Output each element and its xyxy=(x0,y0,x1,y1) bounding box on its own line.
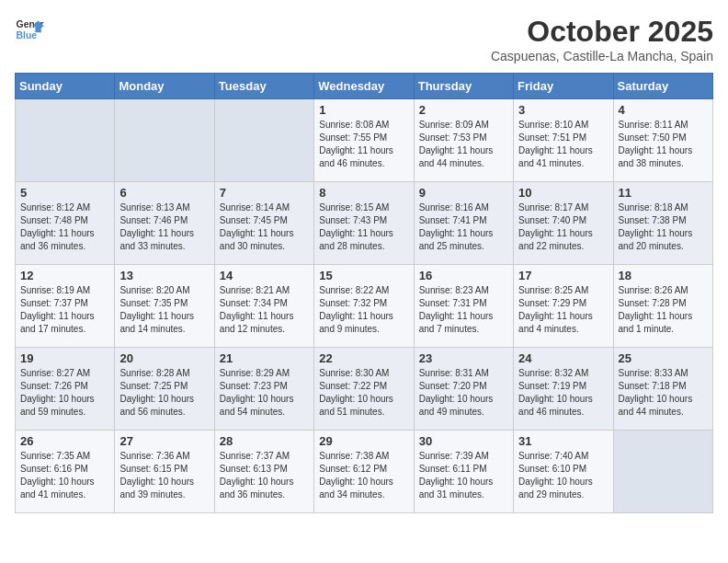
calendar-cell: 22Sunrise: 8:30 AM Sunset: 7:22 PM Dayli… xyxy=(314,348,414,431)
day-number: 21 xyxy=(220,351,309,365)
calendar-cell: 5Sunrise: 8:12 AM Sunset: 7:48 PM Daylig… xyxy=(16,182,115,265)
calendar-cell: 16Sunrise: 8:23 AM Sunset: 7:31 PM Dayli… xyxy=(414,265,513,348)
day-number: 15 xyxy=(319,269,408,282)
calendar-cell: 25Sunrise: 8:33 AM Sunset: 7:18 PM Dayli… xyxy=(613,348,712,431)
day-info: Sunrise: 8:22 AM Sunset: 7:32 PM Dayligh… xyxy=(319,284,408,336)
day-number: 27 xyxy=(119,434,209,448)
day-info: Sunrise: 7:35 AM Sunset: 6:16 PM Dayligh… xyxy=(20,450,109,501)
calendar-table: SundayMondayTuesdayWednesdayThursdayFrid… xyxy=(15,73,713,513)
calendar-cell: 1Sunrise: 8:08 AM Sunset: 7:55 PM Daylig… xyxy=(314,99,414,182)
calendar-cell: 24Sunrise: 8:32 AM Sunset: 7:19 PM Dayli… xyxy=(514,348,613,431)
weekday-tuesday: Tuesday xyxy=(214,74,313,99)
day-number: 29 xyxy=(319,434,408,448)
day-number: 7 xyxy=(220,186,309,200)
day-number: 4 xyxy=(619,103,708,117)
day-info: Sunrise: 8:28 AM Sunset: 7:25 PM Dayligh… xyxy=(119,367,209,419)
calendar-cell: 30Sunrise: 7:39 AM Sunset: 6:11 PM Dayli… xyxy=(414,431,513,513)
calendar-cell: 4Sunrise: 8:11 AM Sunset: 7:50 PM Daylig… xyxy=(613,99,712,182)
day-info: Sunrise: 8:11 AM Sunset: 7:50 PM Dayligh… xyxy=(619,119,708,170)
day-info: Sunrise: 7:37 AM Sunset: 6:13 PM Dayligh… xyxy=(220,450,309,501)
calendar-cell: 9Sunrise: 8:16 AM Sunset: 7:41 PM Daylig… xyxy=(414,182,513,265)
day-info: Sunrise: 8:16 AM Sunset: 7:41 PM Dayligh… xyxy=(419,201,508,253)
location: Caspuenas, Castille-La Mancha, Spain xyxy=(491,49,713,63)
day-number: 28 xyxy=(220,434,309,448)
day-number: 16 xyxy=(419,269,508,282)
day-number: 30 xyxy=(419,434,508,448)
day-number: 5 xyxy=(20,186,109,200)
day-info: Sunrise: 8:20 AM Sunset: 7:35 PM Dayligh… xyxy=(119,284,209,336)
weekday-wednesday: Wednesday xyxy=(314,74,414,99)
calendar-week-1: 5Sunrise: 8:12 AM Sunset: 7:48 PM Daylig… xyxy=(16,182,713,265)
calendar-cell: 13Sunrise: 8:20 AM Sunset: 7:35 PM Dayli… xyxy=(115,265,214,348)
calendar-cell: 2Sunrise: 8:09 AM Sunset: 7:53 PM Daylig… xyxy=(414,99,513,182)
day-number: 13 xyxy=(119,269,209,282)
calendar-cell: 8Sunrise: 8:15 AM Sunset: 7:43 PM Daylig… xyxy=(314,182,414,265)
calendar-cell: 17Sunrise: 8:25 AM Sunset: 7:29 PM Dayli… xyxy=(514,265,613,348)
day-info: Sunrise: 8:32 AM Sunset: 7:19 PM Dayligh… xyxy=(518,367,608,419)
calendar-cell: 3Sunrise: 8:10 AM Sunset: 7:51 PM Daylig… xyxy=(514,99,613,182)
day-number: 10 xyxy=(518,186,608,200)
day-info: Sunrise: 8:17 AM Sunset: 7:40 PM Dayligh… xyxy=(518,201,608,253)
day-number: 12 xyxy=(20,269,109,282)
calendar-cell xyxy=(16,99,115,182)
page-header: General Blue October 2025 Caspuenas, Cas… xyxy=(15,15,713,63)
calendar-cell: 29Sunrise: 7:38 AM Sunset: 6:12 PM Dayli… xyxy=(314,431,414,513)
calendar-cell: 15Sunrise: 8:22 AM Sunset: 7:32 PM Dayli… xyxy=(314,265,414,348)
logo: General Blue xyxy=(15,15,44,44)
day-info: Sunrise: 8:26 AM Sunset: 7:28 PM Dayligh… xyxy=(619,284,708,336)
day-info: Sunrise: 7:39 AM Sunset: 6:11 PM Dayligh… xyxy=(419,450,508,501)
day-info: Sunrise: 7:40 AM Sunset: 6:10 PM Dayligh… xyxy=(518,450,608,501)
calendar-week-2: 12Sunrise: 8:19 AM Sunset: 7:37 PM Dayli… xyxy=(16,265,713,348)
day-info: Sunrise: 8:21 AM Sunset: 7:34 PM Dayligh… xyxy=(220,284,309,336)
calendar-cell xyxy=(613,431,712,513)
logo-icon: General Blue xyxy=(15,15,44,44)
day-number: 31 xyxy=(518,434,608,448)
calendar-cell: 11Sunrise: 8:18 AM Sunset: 7:38 PM Dayli… xyxy=(613,182,712,265)
calendar-cell: 31Sunrise: 7:40 AM Sunset: 6:10 PM Dayli… xyxy=(514,431,613,513)
day-info: Sunrise: 8:10 AM Sunset: 7:51 PM Dayligh… xyxy=(518,119,608,170)
day-number: 11 xyxy=(619,186,708,200)
day-number: 19 xyxy=(20,351,109,365)
day-number: 24 xyxy=(518,351,608,365)
day-info: Sunrise: 8:27 AM Sunset: 7:26 PM Dayligh… xyxy=(20,367,109,419)
calendar-cell: 7Sunrise: 8:14 AM Sunset: 7:45 PM Daylig… xyxy=(214,182,313,265)
day-info: Sunrise: 7:38 AM Sunset: 6:12 PM Dayligh… xyxy=(319,450,408,501)
svg-text:Blue: Blue xyxy=(17,30,38,40)
calendar-cell xyxy=(115,99,214,182)
day-number: 23 xyxy=(419,351,508,365)
day-info: Sunrise: 8:31 AM Sunset: 7:20 PM Dayligh… xyxy=(419,367,508,419)
day-number: 3 xyxy=(518,103,608,117)
calendar-cell: 14Sunrise: 8:21 AM Sunset: 7:34 PM Dayli… xyxy=(214,265,313,348)
day-number: 25 xyxy=(619,351,708,365)
day-info: Sunrise: 7:36 AM Sunset: 6:15 PM Dayligh… xyxy=(119,450,209,501)
day-info: Sunrise: 8:19 AM Sunset: 7:37 PM Dayligh… xyxy=(20,284,109,336)
calendar-body: 1Sunrise: 8:08 AM Sunset: 7:55 PM Daylig… xyxy=(16,99,713,513)
day-number: 26 xyxy=(20,434,109,448)
weekday-header-row: SundayMondayTuesdayWednesdayThursdayFrid… xyxy=(16,74,713,99)
day-info: Sunrise: 8:18 AM Sunset: 7:38 PM Dayligh… xyxy=(619,201,708,253)
day-number: 2 xyxy=(419,103,508,117)
day-number: 18 xyxy=(619,269,708,282)
day-number: 22 xyxy=(319,351,408,365)
calendar-week-4: 26Sunrise: 7:35 AM Sunset: 6:16 PM Dayli… xyxy=(16,431,713,513)
day-number: 6 xyxy=(119,186,209,200)
calendar-cell: 10Sunrise: 8:17 AM Sunset: 7:40 PM Dayli… xyxy=(514,182,613,265)
day-info: Sunrise: 8:15 AM Sunset: 7:43 PM Dayligh… xyxy=(319,201,408,253)
calendar-cell: 27Sunrise: 7:36 AM Sunset: 6:15 PM Dayli… xyxy=(115,431,214,513)
calendar-cell: 26Sunrise: 7:35 AM Sunset: 6:16 PM Dayli… xyxy=(16,431,115,513)
day-info: Sunrise: 8:23 AM Sunset: 7:31 PM Dayligh… xyxy=(419,284,508,336)
calendar-cell xyxy=(214,99,313,182)
calendar-cell: 20Sunrise: 8:28 AM Sunset: 7:25 PM Dayli… xyxy=(115,348,214,431)
weekday-saturday: Saturday xyxy=(613,74,712,99)
day-info: Sunrise: 8:29 AM Sunset: 7:23 PM Dayligh… xyxy=(220,367,309,419)
day-info: Sunrise: 8:09 AM Sunset: 7:53 PM Dayligh… xyxy=(419,119,508,170)
day-number: 1 xyxy=(319,103,408,117)
day-info: Sunrise: 8:33 AM Sunset: 7:18 PM Dayligh… xyxy=(619,367,708,419)
day-info: Sunrise: 8:14 AM Sunset: 7:45 PM Dayligh… xyxy=(220,201,309,253)
calendar-cell: 6Sunrise: 8:13 AM Sunset: 7:46 PM Daylig… xyxy=(115,182,214,265)
calendar-cell: 21Sunrise: 8:29 AM Sunset: 7:23 PM Dayli… xyxy=(214,348,313,431)
day-info: Sunrise: 8:08 AM Sunset: 7:55 PM Dayligh… xyxy=(319,119,408,170)
calendar-cell: 28Sunrise: 7:37 AM Sunset: 6:13 PM Dayli… xyxy=(214,431,313,513)
calendar-cell: 23Sunrise: 8:31 AM Sunset: 7:20 PM Dayli… xyxy=(414,348,513,431)
calendar-week-3: 19Sunrise: 8:27 AM Sunset: 7:26 PM Dayli… xyxy=(16,348,713,431)
